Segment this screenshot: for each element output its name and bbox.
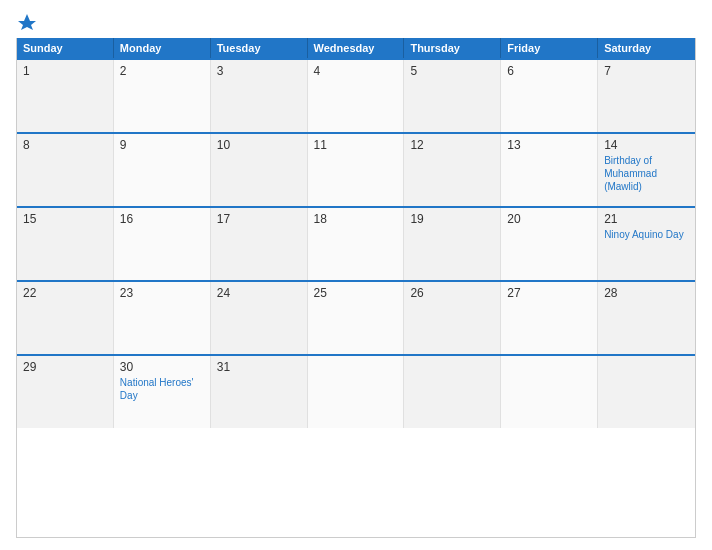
day-cell-24: 24 [211, 282, 308, 354]
day-number: 31 [217, 360, 301, 374]
day-cell-19: 19 [404, 208, 501, 280]
day-event: Birthday of Muhammad (Mawlid) [604, 154, 689, 193]
day-number: 21 [604, 212, 689, 226]
day-cell-4: 4 [308, 60, 405, 132]
day-number: 12 [410, 138, 494, 152]
day-number: 6 [507, 64, 591, 78]
day-cell-31: 31 [211, 356, 308, 428]
day-header-sunday: Sunday [17, 38, 114, 58]
day-number: 2 [120, 64, 204, 78]
day-cell-8: 8 [17, 134, 114, 206]
day-number: 22 [23, 286, 107, 300]
day-number: 25 [314, 286, 398, 300]
day-cell-15: 15 [17, 208, 114, 280]
week-row-2: 891011121314Birthday of Muhammad (Mawlid… [17, 132, 695, 206]
empty-cell [308, 356, 405, 428]
week-row-1: 1234567 [17, 58, 695, 132]
day-cell-12: 12 [404, 134, 501, 206]
day-event: National Heroes' Day [120, 376, 204, 402]
logo [16, 12, 36, 30]
day-number: 20 [507, 212, 591, 226]
week-row-5: 2930National Heroes' Day31 [17, 354, 695, 428]
day-cell-3: 3 [211, 60, 308, 132]
empty-cell [598, 356, 695, 428]
day-number: 1 [23, 64, 107, 78]
day-number: 18 [314, 212, 398, 226]
day-cell-26: 26 [404, 282, 501, 354]
day-cell-5: 5 [404, 60, 501, 132]
day-cell-25: 25 [308, 282, 405, 354]
day-cell-10: 10 [211, 134, 308, 206]
day-cell-14: 14Birthday of Muhammad (Mawlid) [598, 134, 695, 206]
day-number: 24 [217, 286, 301, 300]
day-cell-13: 13 [501, 134, 598, 206]
day-number: 4 [314, 64, 398, 78]
day-number: 17 [217, 212, 301, 226]
week-row-3: 15161718192021Ninoy Aquino Day [17, 206, 695, 280]
day-number: 27 [507, 286, 591, 300]
day-cell-18: 18 [308, 208, 405, 280]
day-number: 19 [410, 212, 494, 226]
day-number: 8 [23, 138, 107, 152]
day-number: 15 [23, 212, 107, 226]
day-headers-row: SundayMondayTuesdayWednesdayThursdayFrid… [17, 38, 695, 58]
day-header-wednesday: Wednesday [308, 38, 405, 58]
day-header-friday: Friday [501, 38, 598, 58]
day-cell-17: 17 [211, 208, 308, 280]
week-row-4: 22232425262728 [17, 280, 695, 354]
empty-cell [404, 356, 501, 428]
day-cell-2: 2 [114, 60, 211, 132]
weeks-container: 1234567891011121314Birthday of Muhammad … [17, 58, 695, 428]
calendar-grid: SundayMondayTuesdayWednesdayThursdayFrid… [16, 38, 696, 538]
day-cell-30: 30National Heroes' Day [114, 356, 211, 428]
day-number: 10 [217, 138, 301, 152]
day-cell-23: 23 [114, 282, 211, 354]
svg-marker-0 [18, 14, 36, 30]
empty-cell [501, 356, 598, 428]
day-number: 5 [410, 64, 494, 78]
day-cell-1: 1 [17, 60, 114, 132]
day-number: 9 [120, 138, 204, 152]
day-number: 30 [120, 360, 204, 374]
flag-icon [18, 12, 36, 30]
day-cell-7: 7 [598, 60, 695, 132]
day-header-saturday: Saturday [598, 38, 695, 58]
calendar-page: SundayMondayTuesdayWednesdayThursdayFrid… [0, 0, 712, 550]
day-number: 28 [604, 286, 689, 300]
day-header-tuesday: Tuesday [211, 38, 308, 58]
day-number: 26 [410, 286, 494, 300]
day-header-thursday: Thursday [404, 38, 501, 58]
day-event: Ninoy Aquino Day [604, 228, 689, 241]
day-cell-20: 20 [501, 208, 598, 280]
day-number: 11 [314, 138, 398, 152]
day-number: 7 [604, 64, 689, 78]
day-number: 29 [23, 360, 107, 374]
day-number: 13 [507, 138, 591, 152]
day-header-monday: Monday [114, 38, 211, 58]
day-number: 3 [217, 64, 301, 78]
day-number: 23 [120, 286, 204, 300]
day-cell-9: 9 [114, 134, 211, 206]
day-cell-28: 28 [598, 282, 695, 354]
day-number: 16 [120, 212, 204, 226]
day-cell-29: 29 [17, 356, 114, 428]
day-cell-11: 11 [308, 134, 405, 206]
page-header [16, 12, 696, 30]
day-cell-21: 21Ninoy Aquino Day [598, 208, 695, 280]
day-cell-22: 22 [17, 282, 114, 354]
day-cell-27: 27 [501, 282, 598, 354]
day-cell-16: 16 [114, 208, 211, 280]
day-number: 14 [604, 138, 689, 152]
day-cell-6: 6 [501, 60, 598, 132]
